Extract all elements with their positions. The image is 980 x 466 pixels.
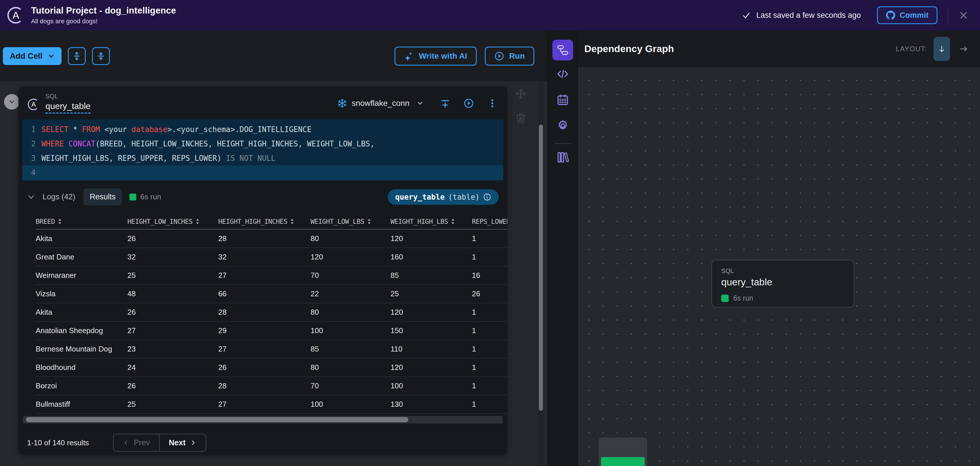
collapse-vertical-icon [96, 51, 106, 61]
side-icon-rail [547, 30, 578, 466]
table-cell: 28 [218, 229, 310, 248]
output-table-badge[interactable]: query_table (table) [388, 189, 499, 205]
collapse-all-cells-button[interactable] [92, 47, 110, 65]
layout-vertical-button[interactable] [934, 37, 950, 61]
chevron-down-icon [416, 100, 424, 107]
table-row: Borzoi2628701001 [36, 377, 507, 395]
add-cell-button[interactable]: Add Cell [3, 47, 62, 65]
play-circle-icon [494, 51, 504, 61]
column-header[interactable]: BREED [36, 214, 127, 229]
table-cell: 25 [127, 266, 218, 285]
run-button[interactable]: Run [485, 46, 534, 65]
table-cell: 130 [390, 395, 472, 414]
node-type-label: SQL [721, 267, 845, 275]
next-page-button[interactable]: Next [159, 434, 206, 451]
code-line[interactable]: 1SELECT * FROM <your database>.<your_sch… [22, 122, 503, 137]
run-status: 6s run [129, 192, 161, 201]
table-cell: 1 [472, 340, 507, 358]
table-cell: 32 [127, 248, 218, 266]
tab-logs[interactable]: Logs (42) [43, 192, 75, 201]
graph-node-query-table[interactable]: SQL query_table 6s run [711, 260, 854, 307]
results-bar: Logs (42) Results 6s run query_table (ta… [18, 181, 507, 205]
table-body: Akita2628801201Great Dane32321201601Weim… [36, 229, 507, 414]
table-cell: 25 [127, 395, 218, 414]
tab-dependency-graph[interactable] [552, 40, 573, 60]
write-with-ai-label: Write with AI [419, 51, 467, 61]
kebab-menu-icon[interactable] [487, 98, 498, 108]
table-row: Akita2628801201 [36, 303, 507, 321]
table-cell: 1 [472, 248, 507, 266]
collapse-cell-button[interactable] [4, 94, 19, 110]
column-header-label: HEIGHT_LOW_INCHES [127, 218, 192, 225]
code-line[interactable]: 4 [22, 165, 503, 180]
write-with-ai-button[interactable]: Write with AI [395, 46, 477, 65]
page-title: Tutorial Project - dog_intelligence [31, 5, 176, 16]
table-cell: 100 [390, 377, 472, 395]
horizontal-scrollbar-thumb[interactable] [26, 417, 408, 422]
save-status: Last saved a few seconds ago [756, 11, 861, 20]
table-cell: Weimaraner [36, 266, 127, 285]
table-cell: Borzoi [36, 377, 127, 395]
tab-code[interactable] [556, 67, 570, 81]
table-cell: 25 [390, 285, 472, 303]
tab-settings[interactable] [556, 119, 570, 132]
next-label: Next [169, 438, 186, 447]
delete-cell-icon[interactable] [515, 112, 527, 124]
cell-header: A SQL query_table snowflake_conn [18, 86, 507, 116]
cell-name[interactable]: query_table [45, 101, 91, 114]
pagination: 1-10 of 140 results Prev Next [27, 434, 507, 452]
table-row: Anatolian Sheepdog27291001501 [36, 321, 507, 340]
table-row: Bernese Mountain Dog2327851101 [36, 340, 507, 358]
prev-page-button[interactable]: Prev [114, 434, 159, 451]
move-cell-icon[interactable] [515, 88, 527, 100]
horizontal-scrollbar[interactable] [23, 416, 503, 423]
prev-label: Prev [134, 438, 150, 447]
column-header-label: BREED [36, 218, 55, 225]
layout-horizontal-button[interactable] [959, 44, 969, 54]
notebook-toolbar: Add Cell Write with AI Run [0, 30, 547, 81]
table-cell: 27 [218, 266, 310, 285]
code-line[interactable]: 3WEIGHT_HIGH_LBS, REPS_UPPER, REPS_LOWER… [22, 151, 503, 165]
commit-label: Commit [900, 11, 929, 20]
tab-library[interactable] [556, 151, 570, 164]
sort-icon [367, 218, 371, 225]
close-icon[interactable] [959, 10, 969, 20]
table-cell: 120 [310, 248, 390, 266]
table-cell: 22 [310, 285, 390, 303]
badge-table-type: (table) [448, 193, 480, 201]
run-cell-icon[interactable] [463, 98, 474, 108]
table-cell: 80 [310, 229, 390, 248]
column-header[interactable]: WEIGHT_HIGH_LBS [390, 214, 472, 229]
connection-selector[interactable]: snowflake_conn [337, 99, 424, 108]
column-header[interactable]: REPS_LOWER [472, 214, 507, 229]
chevron-left-icon [123, 439, 129, 446]
table-cell: 27 [127, 321, 218, 340]
table-cell: Bernese Mountain Dog [36, 340, 127, 358]
expand-all-cells-button[interactable] [68, 47, 86, 65]
table-cell: 28 [218, 377, 310, 395]
vertical-scrollbar-thumb[interactable] [539, 124, 543, 411]
add-filter-icon[interactable] [440, 98, 450, 108]
table-cell: 80 [310, 303, 390, 321]
dependency-graph-canvas[interactable]: SQL query_table 6s run [578, 67, 980, 466]
results-count: 1-10 of 140 results [27, 438, 89, 447]
table-cell: 23 [127, 340, 218, 358]
column-header[interactable]: HEIGHT_HIGH_INCHES [218, 214, 310, 229]
table-cell: 85 [310, 340, 390, 358]
table-row: Great Dane32321201601 [36, 248, 507, 266]
table-cell: 29 [218, 321, 310, 340]
tab-results[interactable]: Results [83, 188, 122, 205]
collapse-results-icon[interactable] [27, 193, 35, 201]
vertical-scrollbar[interactable] [538, 81, 544, 466]
table-cell: 26 [127, 303, 218, 321]
column-header[interactable]: WEIGHT_LOW_LBS [310, 214, 390, 229]
panel-title: Dependency Graph [584, 43, 674, 54]
graph-minimap[interactable] [599, 437, 647, 466]
tab-schedule[interactable] [556, 93, 570, 107]
column-header[interactable]: HEIGHT_LOW_INCHES [127, 214, 218, 229]
line-number: 3 [22, 151, 36, 165]
line-number: 1 [22, 122, 36, 137]
code-editor[interactable]: 1SELECT * FROM <your database>.<your_sch… [22, 119, 503, 181]
commit-button[interactable]: Commit [877, 6, 938, 24]
code-line[interactable]: 2WHERE CONCAT(BREED, HEIGHT_LOW_INCHES, … [22, 137, 503, 151]
